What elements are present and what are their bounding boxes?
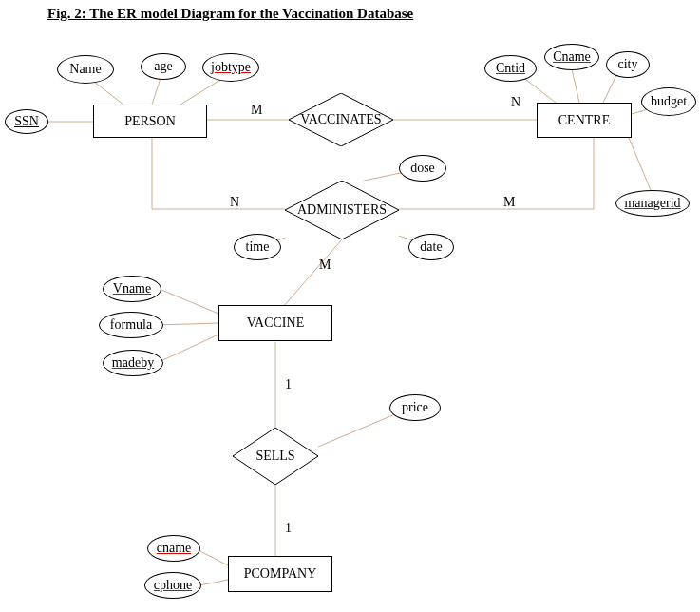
attr-jobtype-label: jobtype [211,60,251,75]
attr-time-label: time [246,239,270,255]
relation-sells-label: SELLS [233,428,318,485]
attr-managerid-label: managerid [624,196,680,211]
relation-vaccinates: VACCINATES [289,93,393,146]
attr-ssn-label: SSN [14,114,39,129]
attr-name: Name [57,55,114,84]
svg-line-19 [157,288,218,314]
attr-price-label: price [402,400,428,415]
relation-sells: SELLS [233,428,318,485]
relation-vaccinates-label: VACCINATES [289,93,393,146]
attr-name-label: Name [69,62,101,77]
attr-dose: dose [399,155,446,182]
card-vaccine-sells: 1 [285,377,292,392]
attr-ssn: SSN [5,109,48,134]
card-person-vaccinates: M [251,103,262,118]
attr-cphone: cphone [144,572,201,599]
er-diagram-canvas: Fig. 2: The ER model Diagram for the Vac… [0,0,700,612]
attr-cname-centre-label: Cname [553,49,591,65]
relation-administers-label: ADMINISTERS [285,181,399,239]
attr-date: date [408,234,454,260]
attr-formula: formula [99,312,163,338]
attr-cntid: Cntid [484,55,537,82]
svg-line-20 [157,323,218,325]
attr-madeby: madeby [103,350,163,376]
attr-cname-pc: cname [147,535,200,562]
attr-formula-label: formula [110,317,152,333]
attr-cphone-label: cphone [154,578,192,593]
connector-lines [0,0,700,612]
attr-jobtype: jobtype [202,53,259,82]
svg-line-18 [283,239,342,307]
attr-vname-label: Vname [113,281,151,296]
card-person-administers: N [230,195,239,210]
attr-managerid: managerid [615,190,690,217]
attr-age-label: age [154,59,172,74]
attr-madeby-label: madeby [112,355,154,371]
attr-price: price [389,394,441,421]
attr-dose-label: dose [410,161,435,176]
attr-budget: budget [641,87,696,116]
attr-cname-centre: Cname [544,44,599,70]
entity-person-label: PERSON [124,114,176,129]
entity-person: PERSON [93,105,207,138]
card-centre-vaccinates: N [511,95,520,110]
entity-vaccine: VACCINE [218,305,332,341]
entity-pcompany-label: PCOMPANY [244,566,317,582]
entity-pcompany: PCOMPANY [228,556,332,592]
card-pcompany-sells: 1 [285,521,292,536]
attr-cname-pc-label: cname [157,541,192,556]
attr-city: city [606,51,650,78]
figure-title: Fig. 2: The ER model Diagram for the Vac… [47,6,413,22]
attr-date-label: date [420,239,442,255]
entity-centre: CENTRE [537,103,632,138]
entity-vaccine-label: VACCINE [247,316,304,331]
entity-centre-label: CENTRE [558,113,610,128]
card-vaccine-administers: M [319,258,331,273]
attr-vname: Vname [103,276,161,302]
attr-age: age [141,53,186,80]
attr-cntid-label: Cntid [496,61,525,76]
relation-administers: ADMINISTERS [285,181,399,239]
card-centre-administers: M [503,195,515,210]
svg-line-21 [157,335,218,363]
attr-budget-label: budget [651,94,687,109]
attr-city-label: city [618,57,638,72]
attr-time: time [234,234,281,260]
